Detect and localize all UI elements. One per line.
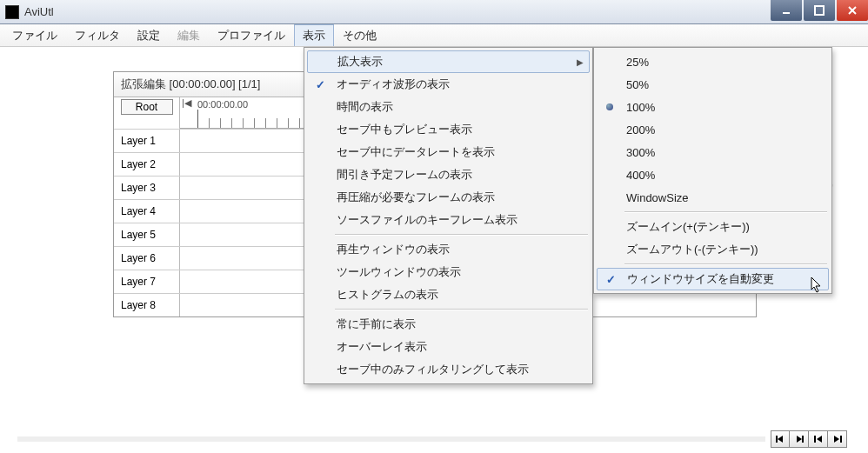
menu-item-label: ウィンドウサイズを自動変更 <box>624 271 823 287</box>
view-menu-dropdown: 拡大表示▶✓オーディオ波形の表示時間の表示セーブ中もプレビュー表示セーブ中にデー… <box>304 47 593 384</box>
maximize-button[interactable] <box>804 0 835 21</box>
layer-label[interactable]: Layer 3 <box>114 177 180 199</box>
seek-track[interactable] <box>17 436 765 442</box>
zoom-menu-item[interactable]: ズームイン(+(テンキー)) <box>597 216 829 238</box>
menu-item-label: セーブ中にデータレートを表示 <box>333 144 584 160</box>
radio-icon <box>606 103 613 110</box>
view-menu-item[interactable]: ヒストグラムの表示 <box>307 283 590 306</box>
menu-item-label: 300% <box>623 146 824 159</box>
menu-item-label: 25% <box>623 56 824 69</box>
view-menu-item[interactable]: セーブ中もプレビュー表示 <box>307 118 590 141</box>
view-menu-item[interactable]: 再生ウィンドウの表示 <box>307 238 590 261</box>
close-button[interactable] <box>837 0 868 21</box>
zoom-submenu: 25%50%100%200%300%400%WindowSizeズームイン(+(… <box>593 47 832 294</box>
menu-item-4[interactable]: プロファイル <box>209 24 294 46</box>
view-menu-item[interactable]: ✓オーディオ波形の表示 <box>307 73 590 96</box>
check-icon: ✓ <box>606 273 616 286</box>
zoom-menu-item[interactable]: ✓ウィンドウサイズを自動変更 <box>597 268 829 290</box>
go-start-button[interactable] <box>809 430 828 448</box>
zoom-menu-item[interactable]: 400% <box>597 163 829 186</box>
window-controls <box>769 0 868 21</box>
menu-item-label: ソースファイルのキーフレーム表示 <box>333 212 584 228</box>
submenu-arrow-icon: ▶ <box>577 57 584 67</box>
menu-item-label: オーディオ波形の表示 <box>333 77 584 92</box>
app-icon <box>5 5 19 19</box>
zoom-menu-item[interactable]: 300% <box>597 141 829 163</box>
zoom-menu-item[interactable]: 200% <box>597 118 829 141</box>
menu-item-6[interactable]: その他 <box>334 24 385 46</box>
zoom-menu-item[interactable]: WindowSize <box>597 186 829 209</box>
tick-label: 00:00:00.00 <box>197 99 248 110</box>
menu-item-label: ヒストグラムの表示 <box>333 287 584 303</box>
zoom-menu-item[interactable]: ズームアウト(-(テンキー)) <box>597 238 829 261</box>
layer-label[interactable]: Layer 2 <box>114 153 180 176</box>
layer-label[interactable]: Layer 8 <box>114 294 180 316</box>
zoom-menu-item[interactable]: 100% <box>597 96 829 118</box>
layer-label[interactable]: Layer 4 <box>114 200 180 223</box>
layer-label[interactable]: Layer 6 <box>114 247 180 270</box>
minimize-button[interactable] <box>771 0 802 21</box>
view-menu-item[interactable]: 拡大表示▶ <box>307 50 590 73</box>
menu-item-label: WindowSize <box>623 191 824 204</box>
layer-label[interactable]: Layer 5 <box>114 223 180 246</box>
svg-rect-1 <box>815 6 824 15</box>
zoom-menu-item[interactable]: 50% <box>597 73 829 96</box>
menu-item-3[interactable]: 編集 <box>169 24 209 46</box>
app-title: AviUtl <box>24 5 866 18</box>
menu-item-label: 400% <box>623 169 824 182</box>
view-menu-item[interactable]: セーブ中にデータレートを表示 <box>307 141 590 163</box>
menu-item-label: オーバーレイ表示 <box>333 339 584 355</box>
menu-item-label: セーブ中もプレビュー表示 <box>333 122 584 137</box>
step-forward-button[interactable] <box>790 430 809 448</box>
pivot-marker: |◀ <box>182 97 191 109</box>
view-menu-item[interactable]: 常に手前に表示 <box>307 313 590 336</box>
view-menu-item[interactable]: 間引き予定フレームの表示 <box>307 163 590 186</box>
menu-item-label: 200% <box>623 123 824 137</box>
menu-item-5[interactable]: 表示 <box>294 24 334 46</box>
menu-item-1[interactable]: フィルタ <box>66 24 129 46</box>
zoom-menu-item[interactable]: 25% <box>597 50 829 73</box>
menu-separator <box>624 211 827 213</box>
menu-item-label: 再圧縮が必要なフレームの表示 <box>333 190 584 205</box>
title-bar: AviUtl <box>0 0 868 24</box>
layer-label[interactable]: Layer 7 <box>114 270 180 293</box>
menu-separator <box>335 234 588 236</box>
menu-item-label: 100% <box>623 101 824 114</box>
view-menu-item[interactable]: ソースファイルのキーフレーム表示 <box>307 209 590 231</box>
menu-item-label: ズームアウト(-(テンキー)) <box>623 242 824 257</box>
menu-item-label: ツールウィンドウの表示 <box>333 264 584 280</box>
transport-bar <box>17 430 847 448</box>
menu-separator <box>335 309 588 310</box>
menu-item-label: 間引き予定フレームの表示 <box>333 167 584 183</box>
menu-item-0[interactable]: ファイル <box>3 24 66 46</box>
menu-item-2[interactable]: 設定 <box>129 24 169 46</box>
check-icon: ✓ <box>316 78 325 91</box>
view-menu-item[interactable]: 再圧縮が必要なフレームの表示 <box>307 186 590 209</box>
menu-item-label: 時間の表示 <box>333 99 584 115</box>
menu-item-label: 再生ウィンドウの表示 <box>333 242 584 257</box>
menu-item-label: 常に手前に表示 <box>333 316 584 332</box>
menu-item-label: 拡大表示 <box>334 54 577 70</box>
view-menu-item[interactable]: 時間の表示 <box>307 96 590 118</box>
step-back-button[interactable] <box>771 430 790 448</box>
menu-bar: ファイルフィルタ設定編集プロファイル表示その他 <box>0 24 868 47</box>
view-menu-item[interactable]: オーバーレイ表示 <box>307 336 590 358</box>
go-end-button[interactable] <box>828 430 847 448</box>
layer-label[interactable]: Layer 1 <box>114 130 180 152</box>
root-button[interactable]: Root <box>121 99 173 115</box>
menu-item-label: ズームイン(+(テンキー)) <box>623 219 824 235</box>
view-menu-item[interactable]: セーブ中のみフィルタリングして表示 <box>307 358 590 381</box>
view-menu-item[interactable]: ツールウィンドウの表示 <box>307 261 590 283</box>
menu-item-label: 50% <box>623 78 824 91</box>
menu-separator <box>624 263 827 265</box>
menu-item-label: セーブ中のみフィルタリングして表示 <box>333 362 584 377</box>
